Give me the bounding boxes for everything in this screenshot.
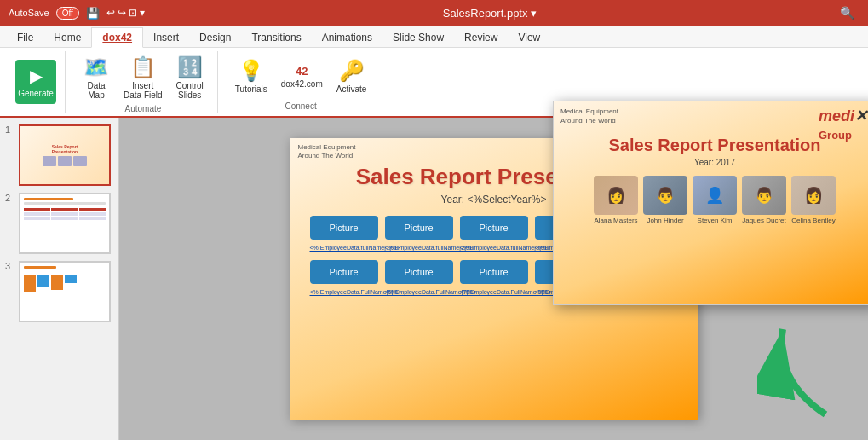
undo-icon[interactable]: ↩ [106, 7, 115, 19]
picture-btn-3[interactable]: Picture [460, 216, 528, 240]
more-icon[interactable]: ⊡ [129, 7, 137, 19]
preview-photo-4: 👨 Jaques Ducret [742, 176, 786, 224]
name-field-7: <%!EmployeeData.FullName[7]%> [385, 289, 453, 296]
photo-img-1: 👩 [594, 176, 638, 215]
mini-bars [24, 275, 106, 292]
title-right: 🔍 [835, 4, 859, 21]
preview-photo-1: 👩 Alana Masters [594, 176, 638, 224]
picture-btn-6[interactable]: Picture [310, 260, 378, 284]
tab-transitions[interactable]: Transitions [241, 28, 311, 47]
undo-redo: ↩ ↪ ⊡ ▾ [106, 7, 145, 19]
tab-slideshow[interactable]: Slide Show [382, 28, 454, 47]
tab-review[interactable]: Review [454, 28, 508, 47]
mini-cell-4 [24, 217, 50, 220]
ribbon-group-generate: ▶ Generate [7, 51, 66, 113]
generate-button[interactable]: ▶ Generate [15, 60, 56, 104]
picture-btn-2[interactable]: Picture [385, 216, 453, 240]
mini-cell-6 [79, 217, 106, 220]
autosave-label: AutoSave [9, 8, 49, 18]
logo-text: medi [819, 107, 854, 124]
connect-group-label: Connect [285, 101, 316, 111]
insert-data-field-button[interactable]: 📋 InsertData Field [118, 53, 168, 102]
mini-cell-h1 [24, 208, 50, 211]
photo-name-1: Alana Masters [594, 217, 637, 224]
mini-row-1 [24, 212, 106, 216]
preview-photo-2: 👨 John Hinder [643, 176, 687, 224]
tab-dox42[interactable]: dox42 [91, 27, 143, 48]
search-button[interactable]: 🔍 [835, 4, 859, 21]
insert-field-label: InsertData Field [124, 81, 163, 100]
activate-icon: 🔑 [339, 59, 365, 83]
slide-preview-1[interactable]: Sales ReportPresentation [19, 124, 111, 186]
bar3 [51, 275, 63, 290]
picture-btn-8[interactable]: Picture [460, 260, 528, 284]
activate-label: Activate [336, 84, 367, 94]
tab-design[interactable]: Design [189, 28, 241, 47]
control-slides-label: ControlSlides [176, 81, 204, 100]
filename-dropdown[interactable]: ▾ [531, 7, 537, 20]
data-map-label: DataMap [87, 81, 105, 100]
autosave-toggle[interactable]: Off [56, 7, 79, 20]
title-bar-left: AutoSave Off 💾 ↩ ↪ ⊡ ▾ [9, 7, 145, 20]
green-arrow [757, 312, 851, 423]
control-slides-button[interactable]: 🔢 ControlSlides [171, 53, 209, 102]
data-map-icon: 🗺️ [83, 55, 109, 79]
data-map-button[interactable]: 🗺️ DataMap [78, 53, 115, 102]
preview-photo-3: 👤 Steven Kim [693, 176, 737, 224]
ribbon-tabs: File Home dox42 Insert Design Transition… [0, 26, 868, 48]
tab-animations[interactable]: Animations [312, 28, 382, 47]
main-area: 1 Sales ReportPresentation 2 [0, 118, 868, 440]
tab-insert[interactable]: Insert [143, 28, 189, 47]
preview-inner: Medical Equipment Around The World medi✕… [554, 101, 868, 304]
preview-photos: 👩 Alana Masters 👨 John Hinder 👤 Steven K… [564, 176, 865, 224]
slide-preview-content-2 [20, 194, 109, 252]
tutorials-label: Tutorials [235, 84, 267, 94]
tutorials-button[interactable]: 💡 Tutorials [230, 56, 273, 96]
slide-number-1: 1 [5, 124, 15, 135]
automate-buttons: 🗺️ DataMap 📋 InsertData Field 🔢 ControlS… [78, 53, 209, 102]
slide-thumb-3[interactable]: 3 [5, 261, 113, 322]
tab-file[interactable]: File [7, 28, 43, 47]
name-field-3: <%!EmployeeData.fullName[3]%> [460, 245, 528, 252]
slide-number-3: 3 [5, 261, 15, 271]
canvas-header: Medical Equipment Around The World [298, 143, 356, 161]
mini-line-s3 [24, 266, 56, 269]
canvas-area: Medical Equipment Around The World Sales… [119, 118, 868, 440]
slide-preview-3[interactable] [19, 261, 111, 322]
filename: SalesReport.pptx [443, 7, 528, 20]
name-field-8: <%!EmployeeData.FullName[8]%> [460, 289, 528, 296]
photo-name-3: Steven Kim [698, 217, 733, 224]
generate-label: Generate [18, 89, 54, 98]
mini-pic-2 [58, 156, 72, 166]
mini-cell-h2 [51, 208, 78, 211]
slide-mini-pics [43, 156, 87, 166]
connect-buttons: 💡 Tutorials 42 dox42.com 🔑 Activate [230, 53, 371, 100]
dox42com-label: dox42.com [281, 79, 323, 89]
picture-btn-7[interactable]: Picture [385, 260, 453, 284]
slide-mini-title-1: Sales ReportPresentation [52, 144, 78, 154]
tab-home[interactable]: Home [43, 28, 91, 47]
automate-group-label: Automate [125, 104, 162, 113]
slide-panel: 1 Sales ReportPresentation 2 [0, 118, 119, 440]
save-icon[interactable]: 💾 [86, 7, 100, 20]
activate-button[interactable]: 🔑 Activate [331, 56, 372, 96]
title-center: SalesReport.pptx ▾ [145, 7, 835, 20]
mini-cell-3 [79, 212, 106, 216]
redo-icon[interactable]: ↪ [118, 7, 126, 19]
photo-img-3: 👤 [693, 176, 737, 215]
dox42com-button[interactable]: 42 dox42.com [276, 62, 328, 91]
preview-popup: Medical Equipment Around The World medi✕… [553, 101, 868, 305]
slide-thumb-1[interactable]: 1 Sales ReportPresentation [5, 124, 113, 186]
tab-view[interactable]: View [508, 28, 550, 47]
preview-photo-5: 👩 Celina Bentley [791, 176, 836, 224]
title-bar: AutoSave Off 💾 ↩ ↪ ⊡ ▾ SalesReport.pptx … [0, 0, 868, 26]
mini-line-2 [24, 202, 106, 205]
picture-btn-1[interactable]: Picture [310, 216, 378, 240]
mini-row-2 [24, 217, 106, 220]
play-icon: ▶ [30, 66, 43, 86]
logo-x: ✕ [854, 107, 867, 124]
slide-thumb-2[interactable]: 2 [5, 193, 113, 254]
mini-pic-1 [43, 156, 56, 166]
ribbon-group-automate: 🗺️ DataMap 📋 InsertData Field 🔢 ControlS… [69, 51, 218, 113]
slide-preview-2[interactable] [19, 193, 111, 254]
